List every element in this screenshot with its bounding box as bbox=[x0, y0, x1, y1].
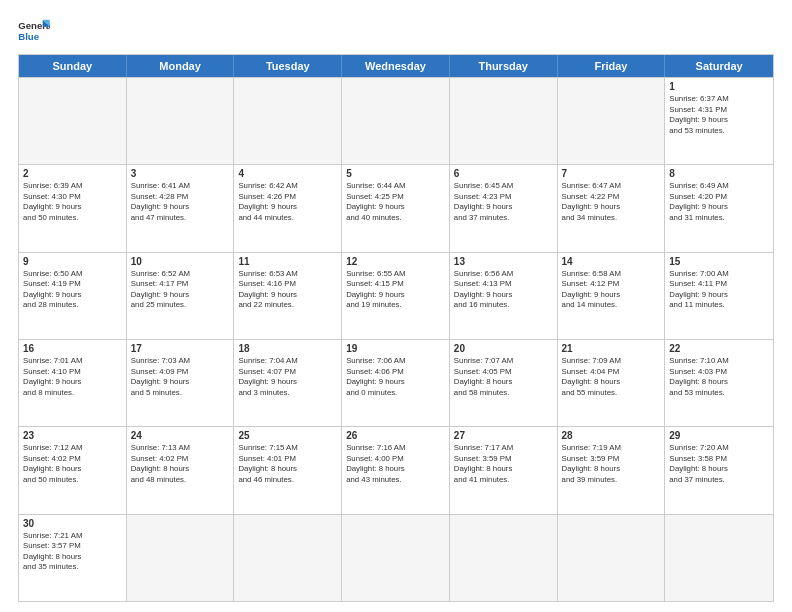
week-row-6: 30Sunrise: 7:21 AM Sunset: 3:57 PM Dayli… bbox=[19, 514, 773, 601]
day-cell-25: 25Sunrise: 7:15 AM Sunset: 4:01 PM Dayli… bbox=[234, 427, 342, 513]
day-cell-26: 26Sunrise: 7:16 AM Sunset: 4:00 PM Dayli… bbox=[342, 427, 450, 513]
day-number: 19 bbox=[346, 343, 445, 354]
day-info: Sunrise: 7:21 AM Sunset: 3:57 PM Dayligh… bbox=[23, 531, 122, 573]
day-info: Sunrise: 7:09 AM Sunset: 4:04 PM Dayligh… bbox=[562, 356, 661, 398]
day-cell-21: 21Sunrise: 7:09 AM Sunset: 4:04 PM Dayli… bbox=[558, 340, 666, 426]
day-number: 2 bbox=[23, 168, 122, 179]
logo: General Blue bbox=[18, 18, 50, 46]
day-info: Sunrise: 7:17 AM Sunset: 3:59 PM Dayligh… bbox=[454, 443, 553, 485]
header-day-saturday: Saturday bbox=[665, 55, 773, 77]
day-info: Sunrise: 6:45 AM Sunset: 4:23 PM Dayligh… bbox=[454, 181, 553, 223]
day-number: 11 bbox=[238, 256, 337, 267]
week-row-5: 23Sunrise: 7:12 AM Sunset: 4:02 PM Dayli… bbox=[19, 426, 773, 513]
day-cell-23: 23Sunrise: 7:12 AM Sunset: 4:02 PM Dayli… bbox=[19, 427, 127, 513]
week-row-4: 16Sunrise: 7:01 AM Sunset: 4:10 PM Dayli… bbox=[19, 339, 773, 426]
day-number: 23 bbox=[23, 430, 122, 441]
day-info: Sunrise: 6:55 AM Sunset: 4:15 PM Dayligh… bbox=[346, 269, 445, 311]
day-number: 14 bbox=[562, 256, 661, 267]
day-info: Sunrise: 7:20 AM Sunset: 3:58 PM Dayligh… bbox=[669, 443, 769, 485]
day-info: Sunrise: 6:42 AM Sunset: 4:26 PM Dayligh… bbox=[238, 181, 337, 223]
day-number: 9 bbox=[23, 256, 122, 267]
day-number: 30 bbox=[23, 518, 122, 529]
empty-cell bbox=[234, 515, 342, 601]
day-info: Sunrise: 7:07 AM Sunset: 4:05 PM Dayligh… bbox=[454, 356, 553, 398]
day-cell-22: 22Sunrise: 7:10 AM Sunset: 4:03 PM Dayli… bbox=[665, 340, 773, 426]
day-info: Sunrise: 7:13 AM Sunset: 4:02 PM Dayligh… bbox=[131, 443, 230, 485]
calendar-body: 1Sunrise: 6:37 AM Sunset: 4:31 PM Daylig… bbox=[19, 77, 773, 601]
day-number: 8 bbox=[669, 168, 769, 179]
day-info: Sunrise: 7:19 AM Sunset: 3:59 PM Dayligh… bbox=[562, 443, 661, 485]
day-info: Sunrise: 7:16 AM Sunset: 4:00 PM Dayligh… bbox=[346, 443, 445, 485]
header-day-thursday: Thursday bbox=[450, 55, 558, 77]
day-info: Sunrise: 6:41 AM Sunset: 4:28 PM Dayligh… bbox=[131, 181, 230, 223]
day-number: 15 bbox=[669, 256, 769, 267]
day-cell-27: 27Sunrise: 7:17 AM Sunset: 3:59 PM Dayli… bbox=[450, 427, 558, 513]
day-number: 12 bbox=[346, 256, 445, 267]
day-info: Sunrise: 6:52 AM Sunset: 4:17 PM Dayligh… bbox=[131, 269, 230, 311]
day-number: 7 bbox=[562, 168, 661, 179]
day-cell-18: 18Sunrise: 7:04 AM Sunset: 4:07 PM Dayli… bbox=[234, 340, 342, 426]
day-info: Sunrise: 6:49 AM Sunset: 4:20 PM Dayligh… bbox=[669, 181, 769, 223]
empty-cell bbox=[342, 78, 450, 164]
svg-text:Blue: Blue bbox=[18, 31, 39, 42]
empty-cell bbox=[19, 78, 127, 164]
day-number: 24 bbox=[131, 430, 230, 441]
calendar-header: SundayMondayTuesdayWednesdayThursdayFrid… bbox=[19, 55, 773, 77]
day-cell-29: 29Sunrise: 7:20 AM Sunset: 3:58 PM Dayli… bbox=[665, 427, 773, 513]
day-cell-14: 14Sunrise: 6:58 AM Sunset: 4:12 PM Dayli… bbox=[558, 253, 666, 339]
day-cell-9: 9Sunrise: 6:50 AM Sunset: 4:19 PM Daylig… bbox=[19, 253, 127, 339]
empty-cell bbox=[342, 515, 450, 601]
day-cell-15: 15Sunrise: 7:00 AM Sunset: 4:11 PM Dayli… bbox=[665, 253, 773, 339]
day-number: 26 bbox=[346, 430, 445, 441]
day-number: 4 bbox=[238, 168, 337, 179]
day-info: Sunrise: 7:03 AM Sunset: 4:09 PM Dayligh… bbox=[131, 356, 230, 398]
header-day-sunday: Sunday bbox=[19, 55, 127, 77]
day-number: 16 bbox=[23, 343, 122, 354]
day-number: 5 bbox=[346, 168, 445, 179]
day-cell-4: 4Sunrise: 6:42 AM Sunset: 4:26 PM Daylig… bbox=[234, 165, 342, 251]
day-cell-1: 1Sunrise: 6:37 AM Sunset: 4:31 PM Daylig… bbox=[665, 78, 773, 164]
day-info: Sunrise: 7:01 AM Sunset: 4:10 PM Dayligh… bbox=[23, 356, 122, 398]
week-row-2: 2Sunrise: 6:39 AM Sunset: 4:30 PM Daylig… bbox=[19, 164, 773, 251]
day-number: 13 bbox=[454, 256, 553, 267]
day-number: 18 bbox=[238, 343, 337, 354]
day-cell-8: 8Sunrise: 6:49 AM Sunset: 4:20 PM Daylig… bbox=[665, 165, 773, 251]
day-cell-10: 10Sunrise: 6:52 AM Sunset: 4:17 PM Dayli… bbox=[127, 253, 235, 339]
empty-cell bbox=[665, 515, 773, 601]
day-info: Sunrise: 6:37 AM Sunset: 4:31 PM Dayligh… bbox=[669, 94, 769, 136]
day-number: 29 bbox=[669, 430, 769, 441]
day-number: 6 bbox=[454, 168, 553, 179]
day-info: Sunrise: 6:50 AM Sunset: 4:19 PM Dayligh… bbox=[23, 269, 122, 311]
day-cell-6: 6Sunrise: 6:45 AM Sunset: 4:23 PM Daylig… bbox=[450, 165, 558, 251]
day-cell-11: 11Sunrise: 6:53 AM Sunset: 4:16 PM Dayli… bbox=[234, 253, 342, 339]
empty-cell bbox=[234, 78, 342, 164]
day-cell-19: 19Sunrise: 7:06 AM Sunset: 4:06 PM Dayli… bbox=[342, 340, 450, 426]
day-number: 27 bbox=[454, 430, 553, 441]
day-number: 10 bbox=[131, 256, 230, 267]
day-number: 3 bbox=[131, 168, 230, 179]
day-info: Sunrise: 7:06 AM Sunset: 4:06 PM Dayligh… bbox=[346, 356, 445, 398]
page-header: General Blue bbox=[18, 18, 774, 46]
day-info: Sunrise: 7:15 AM Sunset: 4:01 PM Dayligh… bbox=[238, 443, 337, 485]
day-info: Sunrise: 6:56 AM Sunset: 4:13 PM Dayligh… bbox=[454, 269, 553, 311]
empty-cell bbox=[450, 515, 558, 601]
day-cell-12: 12Sunrise: 6:55 AM Sunset: 4:15 PM Dayli… bbox=[342, 253, 450, 339]
day-info: Sunrise: 6:47 AM Sunset: 4:22 PM Dayligh… bbox=[562, 181, 661, 223]
day-cell-2: 2Sunrise: 6:39 AM Sunset: 4:30 PM Daylig… bbox=[19, 165, 127, 251]
day-cell-30: 30Sunrise: 7:21 AM Sunset: 3:57 PM Dayli… bbox=[19, 515, 127, 601]
day-info: Sunrise: 6:53 AM Sunset: 4:16 PM Dayligh… bbox=[238, 269, 337, 311]
empty-cell bbox=[127, 78, 235, 164]
header-day-wednesday: Wednesday bbox=[342, 55, 450, 77]
empty-cell bbox=[450, 78, 558, 164]
day-cell-17: 17Sunrise: 7:03 AM Sunset: 4:09 PM Dayli… bbox=[127, 340, 235, 426]
day-cell-13: 13Sunrise: 6:56 AM Sunset: 4:13 PM Dayli… bbox=[450, 253, 558, 339]
day-number: 28 bbox=[562, 430, 661, 441]
day-number: 1 bbox=[669, 81, 769, 92]
week-row-1: 1Sunrise: 6:37 AM Sunset: 4:31 PM Daylig… bbox=[19, 77, 773, 164]
day-cell-3: 3Sunrise: 6:41 AM Sunset: 4:28 PM Daylig… bbox=[127, 165, 235, 251]
day-cell-7: 7Sunrise: 6:47 AM Sunset: 4:22 PM Daylig… bbox=[558, 165, 666, 251]
day-number: 22 bbox=[669, 343, 769, 354]
day-number: 20 bbox=[454, 343, 553, 354]
day-cell-5: 5Sunrise: 6:44 AM Sunset: 4:25 PM Daylig… bbox=[342, 165, 450, 251]
day-number: 17 bbox=[131, 343, 230, 354]
